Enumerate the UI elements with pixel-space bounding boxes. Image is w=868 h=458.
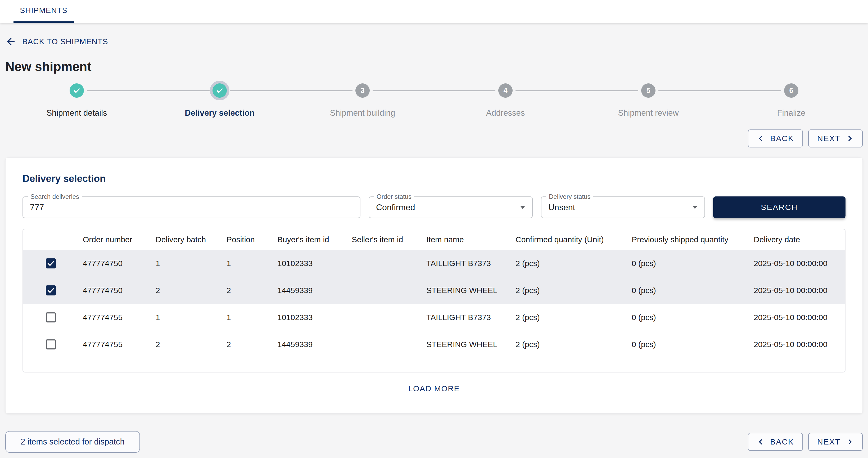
cell-delivery-date: 2025-05-10 00:00:00 xyxy=(749,250,845,277)
cell-sellers-item-id xyxy=(347,304,422,331)
cell-buyers-item-id: 10102333 xyxy=(273,250,347,277)
step-label: Delivery selection xyxy=(185,108,255,118)
cell-order-number: 477774750 xyxy=(79,250,151,277)
arrow-back-icon xyxy=(5,36,17,47)
delivery-status-value: Unsent xyxy=(548,203,575,212)
column-header-position: Position xyxy=(222,229,273,250)
cell-position: 2 xyxy=(222,331,273,358)
step-label: Shipment review xyxy=(618,108,679,118)
cell-previously-shipped-quantity: 0 (pcs) xyxy=(627,277,749,304)
stepper-step-shipment-review: 5Shipment review xyxy=(577,82,720,118)
next-button-bottom[interactable]: NEXT xyxy=(808,433,863,451)
bottom-nav-buttons: BACK NEXT xyxy=(748,433,863,451)
footer-bar: 2 items selected for dispatch BACK NEXT xyxy=(5,431,863,453)
checkbox-cell xyxy=(23,331,79,358)
top-nav-buttons: BACK NEXT xyxy=(5,129,863,148)
back-button-bottom[interactable]: BACK xyxy=(748,433,803,451)
order-status-value: Confirmed xyxy=(376,203,415,212)
stepper-step-shipment-details: Shipment details xyxy=(5,82,148,118)
row-checkbox[interactable] xyxy=(46,339,56,349)
next-button-label: NEXT xyxy=(817,437,840,446)
delivery-status-label: Delivery status xyxy=(546,193,593,201)
cell-order-number: 477774750 xyxy=(79,277,151,304)
filter-bar: Search deliveries 777 Order status Confi… xyxy=(23,196,845,218)
app-bar: SHIPMENTS xyxy=(0,0,868,23)
table-row[interactable]: 4777747502214459339STEERING WHEEL2 (pcs)… xyxy=(23,277,845,304)
tab-shipments[interactable]: SHIPMENTS xyxy=(13,0,74,23)
row-checkbox[interactable] xyxy=(46,312,56,323)
cell-previously-shipped-quantity: 0 (pcs) xyxy=(627,304,749,331)
cell-buyers-item-id: 14459339 xyxy=(273,331,347,358)
back-link-label: BACK TO SHIPMENTS xyxy=(22,37,108,46)
cell-sellers-item-id xyxy=(347,331,422,358)
cell-position: 1 xyxy=(222,304,273,331)
cell-order-number: 477774755 xyxy=(79,331,151,358)
next-button-label: NEXT xyxy=(817,134,840,143)
cell-buyers-item-id: 10102333 xyxy=(273,304,347,331)
row-checkbox[interactable] xyxy=(46,258,56,269)
back-button-top[interactable]: BACK xyxy=(748,129,803,148)
cell-delivery-date: 2025-05-10 00:00:00 xyxy=(749,331,845,358)
cell-confirmed-quantity: 2 (pcs) xyxy=(511,331,627,358)
page-title: New shipment xyxy=(5,59,863,74)
stepper-step-delivery-selection: Delivery selection xyxy=(148,82,291,118)
table-header-row: Order numberDelivery batchPositionBuyer'… xyxy=(23,229,845,250)
table-row[interactable]: 4777747501110102333TAILLIGHT B73732 (pcs… xyxy=(23,250,845,277)
load-more-row: LOAD MORE xyxy=(23,380,845,397)
search-button[interactable]: SEARCH xyxy=(713,196,845,218)
step-label: Addresses xyxy=(486,108,525,118)
dropdown-arrow-icon xyxy=(692,206,698,209)
deliveries-table: Order numberDelivery batchPositionBuyer'… xyxy=(23,229,845,358)
dropdown-arrow-icon xyxy=(520,206,525,209)
search-deliveries-input[interactable]: Search deliveries 777 xyxy=(23,196,361,218)
cell-confirmed-quantity: 2 (pcs) xyxy=(511,277,627,304)
chevron-right-icon xyxy=(846,134,854,143)
delivery-status-select[interactable]: Delivery status Unsent xyxy=(541,196,705,218)
stepper-step-addresses: 4Addresses xyxy=(434,82,577,118)
cell-sellers-item-id xyxy=(347,277,422,304)
checkbox-cell xyxy=(23,250,79,277)
back-to-shipments-link[interactable]: BACK TO SHIPMENTS xyxy=(5,36,108,47)
cell-delivery-batch: 2 xyxy=(151,277,222,304)
chevron-left-icon xyxy=(757,438,765,446)
cell-delivery-batch: 1 xyxy=(151,304,222,331)
stepper-step-finalize: 6Finalize xyxy=(720,82,863,118)
selection-summary-chip[interactable]: 2 items selected for dispatch xyxy=(5,431,140,453)
cell-position: 1 xyxy=(222,250,273,277)
column-header-previously-shipped-quantity: Previously shipped quantity xyxy=(627,229,749,250)
column-header-order-number: Order number xyxy=(79,229,151,250)
load-more-button[interactable]: LOAD MORE xyxy=(402,380,466,397)
step-number-circle: 6 xyxy=(784,83,798,98)
table-row[interactable]: 4777747551110102333TAILLIGHT B73732 (pcs… xyxy=(23,304,845,331)
order-status-select[interactable]: Order status Confirmed xyxy=(369,196,533,218)
next-button-top[interactable]: NEXT xyxy=(808,129,863,148)
shipment-stepper: Shipment detailsDelivery selection3Shipm… xyxy=(5,82,863,118)
step-check-icon xyxy=(70,83,84,98)
cell-confirmed-quantity: 2 (pcs) xyxy=(511,304,627,331)
delivery-selection-panel: Delivery selection Search deliveries 777… xyxy=(5,157,863,414)
cell-delivery-batch: 2 xyxy=(151,331,222,358)
page-content: BACK TO SHIPMENTS New shipment Shipment … xyxy=(0,23,868,453)
table-row[interactable]: 4777747552214459339STEERING WHEEL2 (pcs)… xyxy=(23,331,845,358)
chevron-left-icon xyxy=(757,134,765,143)
cell-previously-shipped-quantity: 0 (pcs) xyxy=(627,250,749,277)
cell-position: 2 xyxy=(222,277,273,304)
column-header-delivery-batch: Delivery batch xyxy=(151,229,222,250)
row-checkbox[interactable] xyxy=(46,285,56,296)
panel-title: Delivery selection xyxy=(23,173,845,184)
cell-item-name: TAILLIGHT B7373 xyxy=(422,304,511,331)
cell-buyers-item-id: 14459339 xyxy=(273,277,347,304)
column-header-buyer-s-item-id: Buyer's item id xyxy=(273,229,347,250)
step-number-circle: 5 xyxy=(641,83,655,98)
column-header-delivery-date: Delivery date xyxy=(749,229,845,250)
search-input-value: 777 xyxy=(30,203,44,212)
checkbox-column-header xyxy=(23,229,79,250)
chevron-right-icon xyxy=(846,438,854,446)
column-header-item-name: Item name xyxy=(422,229,511,250)
cell-item-name: TAILLIGHT B7373 xyxy=(422,250,511,277)
cell-sellers-item-id xyxy=(347,250,422,277)
step-label: Shipment details xyxy=(46,108,107,118)
cell-confirmed-quantity: 2 (pcs) xyxy=(511,250,627,277)
cell-item-name: STEERING WHEEL xyxy=(422,277,511,304)
search-input-label: Search deliveries xyxy=(28,193,82,201)
